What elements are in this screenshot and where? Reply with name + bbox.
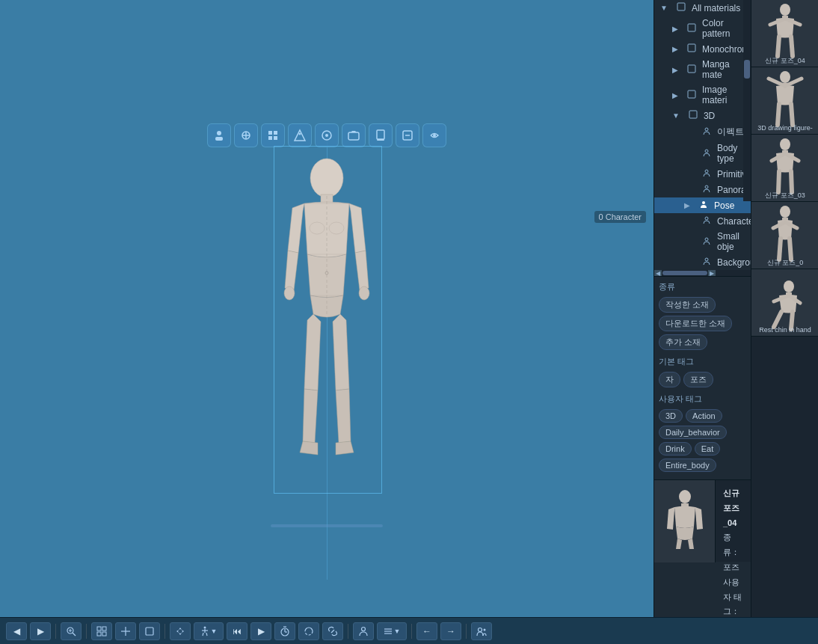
nav-prev-button[interactable]: ◀ (6, 622, 27, 640)
tree-item-small-obje[interactable]: Small obje (654, 229, 751, 254)
svg-line-81 (774, 312, 781, 327)
svg-rect-15 (377, 130, 384, 139)
link-button[interactable] (322, 622, 343, 640)
toolbar-icon-3[interactable] (261, 123, 285, 147)
user-tag-3D[interactable]: 3D (659, 409, 683, 423)
thumbnail-label-1: 3D drawing figure- (753, 124, 817, 132)
svg-point-42 (705, 217, 708, 220)
play-button[interactable]: ▶ (250, 622, 271, 640)
category-tag-작성한 소재[interactable]: 작성한 소재 (659, 297, 716, 313)
user-tag-Action[interactable]: Action (686, 409, 722, 423)
vertical-scrollbar[interactable] (743, 0, 751, 201)
svg-point-0 (217, 131, 221, 135)
tree-item-label: 3D (704, 111, 715, 121)
tree-item-character[interactable]: Character (654, 213, 751, 229)
user-tag-Eat[interactable]: Eat (695, 442, 721, 456)
grid-button[interactable] (91, 622, 112, 640)
cross-button[interactable] (115, 622, 136, 640)
zoom-button[interactable] (61, 622, 82, 640)
tree-item-monochrom[interactable]: ▶Monochrom (654, 41, 751, 57)
tree-item-label: Color pattern (702, 18, 745, 39)
tree-item-primitive[interactable]: Primitive (654, 166, 751, 182)
tree-item-icon (702, 168, 711, 180)
toolbar-icon-7[interactable] (369, 123, 393, 147)
svg-point-43 (705, 238, 708, 241)
vertical-scroll-thumb[interactable] (744, 60, 750, 79)
thumbnail-label-2: 신규 포즈_03 (753, 191, 817, 200)
toolbar-icon-8[interactable] (396, 123, 419, 147)
toolbar-icon-6[interactable] (342, 123, 366, 147)
horizontal-scroll-thumb[interactable] (662, 271, 707, 275)
viewport: 0 Character (0, 0, 654, 617)
basic-tag-label: 기본 태그 (659, 355, 746, 369)
tree-item-3d[interactable]: ▼3D (654, 108, 751, 123)
tree-item-body-type[interactable]: Body type (654, 141, 751, 166)
toolbar-icon-1[interactable] (207, 123, 231, 147)
tree-arrow: ▼ (672, 111, 680, 120)
tree-arrow: ▶ (672, 45, 678, 53)
svg-line-70 (791, 171, 792, 192)
thumbnail-3[interactable]: 신규 포즈_0 (751, 202, 818, 269)
pose-button[interactable]: ▼ (194, 622, 224, 640)
tree-item-icon (702, 184, 711, 195)
tree-item-all-materials[interactable]: ▼All materials (654, 0, 751, 16)
svg-rect-13 (348, 132, 359, 140)
svg-rect-87 (97, 627, 101, 631)
category-tag-다운로드한 소재[interactable]: 다운로드한 소재 (659, 316, 732, 331)
toolbar-icon-5[interactable] (315, 123, 339, 147)
tree-item-backgroun[interactable]: Backgroun (654, 254, 751, 270)
category-tag-추가 소재[interactable]: 추가 소재 (659, 334, 707, 350)
svg-rect-34 (688, 65, 695, 73)
svg-rect-33 (688, 44, 695, 52)
timer-button[interactable] (274, 622, 295, 640)
horizontal-scrollbar[interactable]: ◀ ▶ (654, 270, 751, 276)
thumbnail-2[interactable]: 신규 포즈_03 (751, 135, 818, 202)
svg-point-22 (284, 286, 295, 300)
tree-item-icon (689, 110, 698, 121)
thumbnail-4[interactable]: Rest chin in hand (751, 269, 818, 337)
tree-item-icon (702, 148, 711, 159)
tree-item-icon (687, 64, 696, 76)
tree-item-manga-mate[interactable]: ▶Manga mate (654, 57, 751, 82)
user-tag-Entire_body[interactable]: Entire_body (659, 459, 716, 472)
right-panel-inner: ▼All materials▶Color pattern▶Monochrom▶M… (654, 0, 818, 617)
scroll-right-arrow[interactable]: ▶ (708, 270, 716, 276)
svg-rect-35 (688, 91, 695, 98)
user-button[interactable] (471, 622, 492, 640)
svg-rect-16 (377, 139, 384, 141)
nav-next-button[interactable]: ▶ (30, 622, 51, 640)
person-button[interactable] (353, 622, 374, 640)
toolbar-icon-2[interactable] (234, 123, 258, 147)
svg-rect-36 (689, 111, 697, 118)
thumbnail-0[interactable]: 신규 포즈_04 (751, 0, 818, 67)
svg-point-40 (705, 185, 708, 188)
tree-arrow: ▼ (660, 4, 668, 12)
toolbar-icon-9[interactable] (422, 123, 446, 147)
svg-point-59 (780, 71, 790, 83)
tree-item-panorama[interactable]: Panorama (654, 182, 751, 197)
layer-button[interactable]: ▼ (377, 622, 407, 640)
thumbnail-1[interactable]: 3D drawing figure- (751, 67, 818, 135)
loop-button[interactable] (298, 622, 319, 640)
tree-item-icon (702, 126, 711, 138)
tree-item-label: Backgroun (717, 257, 751, 268)
arrow-right-button[interactable]: → (440, 622, 461, 640)
toolbar-icon-4[interactable] (288, 123, 312, 147)
user-tag-Daily_behavior[interactable]: Daily_behavior (659, 426, 727, 439)
user-tag-Drink[interactable]: Drink (659, 442, 692, 456)
3d-figure[interactable] (274, 150, 379, 494)
move-button[interactable] (170, 622, 191, 640)
prev-frame-button[interactable]: ⏮ (227, 622, 247, 640)
arrow-left-button[interactable]: ← (416, 622, 437, 640)
box-button[interactable] (139, 622, 160, 640)
scroll-left-arrow[interactable]: ◀ (654, 270, 662, 276)
basic-tag-자[interactable]: 자 (659, 372, 680, 387)
tree-arrow: ▶ (672, 25, 678, 33)
tree-item-color-pattern[interactable]: ▶Color pattern (654, 16, 751, 41)
tree-item-이펙트[interactable]: 이펙트 (654, 123, 751, 141)
tree-item-pose[interactable]: ▶Pose (654, 197, 751, 213)
tree-item-image-materi[interactable]: ▶Image materi (654, 82, 751, 108)
basic-tag-포즈[interactable]: 포즈 (683, 372, 713, 387)
info-user-tag: 사용자 태그： (723, 575, 743, 617)
material-tree: ▼All materials▶Color pattern▶Monochrom▶M… (654, 0, 751, 277)
